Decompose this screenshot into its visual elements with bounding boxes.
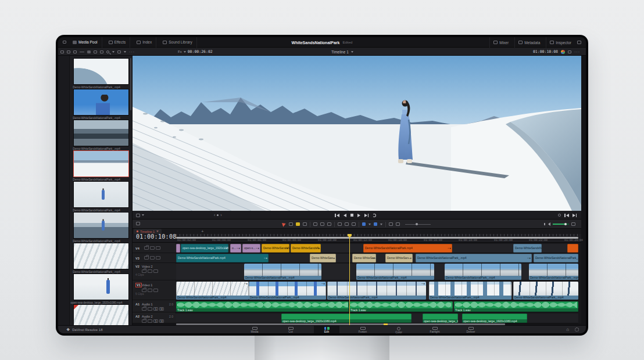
media-clip[interactable]: Demo-WhiteSandsNationalPark_.mp4 bbox=[58, 120, 133, 150]
display-mode-icon[interactable] bbox=[568, 51, 571, 53]
viewer-sizing-chevron-icon[interactable] bbox=[142, 214, 144, 216]
timeline-selector[interactable]: Timeline 1 bbox=[331, 48, 353, 56]
tab-index[interactable]: Index bbox=[133, 37, 156, 48]
viewer-options-icon[interactable]: ··· bbox=[574, 50, 580, 54]
settings-gear-icon[interactable] bbox=[575, 327, 579, 332]
lock-icon[interactable] bbox=[142, 319, 146, 323]
search-chevron-icon[interactable] bbox=[112, 51, 115, 53]
media-clip[interactable]: Demo-WhiteSandsNationalPark_.mp4 bbox=[58, 181, 133, 212]
timeline-audio-clip[interactable]: open-sea-desktop_large_1920x1080... bbox=[423, 314, 458, 323]
timeline-clip-filmstrip[interactable]: Demo-WhiteSandsNationalPark_.mp4 bbox=[244, 264, 321, 280]
timeline-audio-clip[interactable]: Track 1.wav bbox=[349, 301, 453, 312]
timeline-clip[interactable]: open-sea-desktop_large_1920x1080.mp4~● bbox=[181, 244, 228, 253]
media-thumbnail-woman-walking[interactable] bbox=[73, 181, 129, 208]
media-clip[interactable]: open-sea-desktop_large_1920x1080.mp4 bbox=[58, 273, 133, 304]
timeline-audio-clip[interactable]: open-sea-desktop_large_1920x1080.mp4 bbox=[281, 314, 412, 323]
media-thumbnail-ripples2[interactable] bbox=[73, 304, 129, 325]
tab-media-pool[interactable]: Media Pool bbox=[69, 37, 102, 48]
marker-chevron-icon[interactable] bbox=[380, 224, 382, 225]
match-frame-icon[interactable] bbox=[558, 214, 561, 217]
media-clip[interactable]: Demo-WhiteSandsNationalPark_.mp4 bbox=[58, 212, 133, 243]
more-options-icon[interactable]: ··· bbox=[129, 50, 135, 54]
workspace-icon[interactable] bbox=[63, 41, 66, 44]
insert-clip-icon[interactable] bbox=[313, 222, 317, 226]
timeline-clip-filmstrip[interactable]: Demo-WhiteSandsNationalPark_.mp4~● bbox=[176, 282, 249, 300]
media-thumbnail-dusk[interactable] bbox=[73, 212, 129, 239]
panel-toggle-icon[interactable] bbox=[577, 41, 581, 44]
timeline-clip[interactable]: Demo-WhiteSandsNationalPark_.mp4 bbox=[534, 254, 578, 262]
auto-select-icon[interactable] bbox=[148, 319, 152, 323]
page-button-color[interactable]: Color bbox=[386, 326, 412, 333]
timeline-zoom-slider[interactable] bbox=[405, 224, 431, 225]
flag-color-icon[interactable] bbox=[362, 222, 366, 226]
media-clip[interactable]: Demo-WhiteSandsNationalPark_.mp4 bbox=[58, 89, 133, 120]
overwrite-clip-icon[interactable] bbox=[320, 222, 324, 226]
media-thumbnail-ripples[interactable] bbox=[73, 243, 129, 269]
timeline-viewer[interactable] bbox=[133, 56, 581, 211]
track-header-a2[interactable]: A2Audio 22.0SM bbox=[133, 314, 176, 323]
page-button-deliver[interactable]: Deliver bbox=[458, 326, 484, 333]
next-clip-icon[interactable] bbox=[573, 214, 577, 217]
search-icon[interactable] bbox=[106, 51, 109, 53]
dynamic-trim-icon[interactable] bbox=[296, 222, 300, 226]
track-id-badge[interactable]: A1 bbox=[135, 303, 142, 306]
media-clip[interactable]: Demo-WhiteSandsNationalPark_.mp4 bbox=[58, 304, 133, 325]
timeline-clip[interactable]: Demo-WhiteSandsNationalPark.mp4~● bbox=[363, 244, 452, 253]
tab-inspector[interactable]: Inspector bbox=[546, 37, 575, 48]
timeline-clip-filmstrip[interactable]: Demo-WhiteSandsNationalPark_.mp4 bbox=[529, 264, 578, 280]
timeline-settings-icon[interactable] bbox=[571, 222, 575, 226]
track-id-badge[interactable]: A2 bbox=[135, 315, 142, 318]
auto-select-icon[interactable] bbox=[150, 256, 155, 260]
timeline-clip[interactable]: Demo-WhiteSandsNationalPark.mp4~● bbox=[176, 254, 269, 262]
play-button[interactable] bbox=[357, 214, 360, 217]
media-thumbnail-dark-dunes[interactable] bbox=[73, 120, 129, 146]
page-button-edit[interactable]: Edit bbox=[314, 326, 339, 333]
solo-button[interactable]: S bbox=[153, 319, 158, 323]
volume-slider[interactable] bbox=[553, 224, 569, 225]
tab-metadata[interactable]: Metadata bbox=[514, 37, 543, 48]
timeline-ruler[interactable]: 01:00:02:0001:00:04:0001:00:06:0001:00:0… bbox=[133, 234, 581, 243]
timeline-clip[interactable]: Demo-WhiteSan...~● bbox=[385, 254, 413, 262]
selection-tool-icon[interactable] bbox=[282, 222, 287, 227]
play-reverse-button[interactable] bbox=[344, 214, 346, 217]
sort-icon[interactable] bbox=[117, 51, 121, 53]
track-header-v1[interactable]: V1Video 15 Clips bbox=[133, 282, 176, 300]
timeline-clip[interactable] bbox=[176, 244, 180, 253]
track-header-a1[interactable]: A1Audio 12.0SM bbox=[133, 301, 176, 312]
go-to-start-button[interactable] bbox=[335, 214, 339, 217]
timeline-clip[interactable]: Demo-WhiteSandsNationalPark_.mp4~● bbox=[416, 254, 532, 262]
page-button-fairlight[interactable]: Fairlight bbox=[422, 326, 448, 333]
media-clip[interactable]: Demo-WhiteSandsNationalPark_.mp4 bbox=[58, 243, 133, 273]
add-timeline-button[interactable]: + bbox=[201, 229, 204, 234]
page-button-cut[interactable]: Cut bbox=[278, 326, 303, 333]
track-header-v2[interactable]: V2Video 24 Clips bbox=[133, 264, 176, 280]
timeline-clip[interactable]: Demo-WhiteSandsNationalP... bbox=[513, 244, 542, 253]
thumbnail-view-icon[interactable] bbox=[87, 51, 91, 53]
timeline-audio-clip[interactable]: Track 1.wav bbox=[454, 301, 578, 312]
timeline-clip-filmstrip[interactable]: Demo-WhiteSandsNationalPark_.mp4 bbox=[429, 282, 511, 300]
snapping-icon[interactable] bbox=[338, 222, 342, 226]
color-wheel-icon[interactable] bbox=[561, 50, 565, 54]
track-id-badge[interactable]: V3 bbox=[135, 257, 142, 260]
timeline-clip[interactable] bbox=[567, 244, 578, 253]
go-to-end-button[interactable] bbox=[364, 214, 369, 217]
track-enable-icon[interactable] bbox=[156, 246, 160, 250]
auto-select-icon[interactable] bbox=[148, 289, 152, 292]
tab-sound-library[interactable]: Sound Library bbox=[159, 37, 196, 48]
jog-control[interactable]: ‹› bbox=[214, 211, 222, 219]
bin-list-icon[interactable] bbox=[60, 51, 64, 53]
media-thumbnail-dune-shadow[interactable] bbox=[73, 58, 129, 85]
auto-select-icon[interactable] bbox=[148, 307, 152, 311]
lock-icon[interactable] bbox=[144, 246, 149, 250]
tab-effects[interactable]: Effects bbox=[105, 37, 131, 48]
timeline-view-options-icon[interactable] bbox=[136, 222, 140, 225]
tab-mixer[interactable]: Mixer bbox=[489, 37, 512, 48]
zoom-in-icon[interactable] bbox=[396, 222, 400, 226]
timeline-clip[interactable]: Demo-WhiteSandsN...~● bbox=[291, 244, 321, 253]
timeline-clip[interactable]: Demo-WhiteSan...~● bbox=[310, 254, 336, 262]
media-clip[interactable]: Demo-WhiteSandsNationalPark_.mp4 bbox=[58, 58, 133, 89]
position-lock-icon[interactable] bbox=[352, 222, 356, 226]
playhead[interactable] bbox=[349, 234, 350, 325]
page-button-fusion[interactable]: Fusion bbox=[350, 326, 375, 333]
grid-view-icon[interactable] bbox=[100, 51, 103, 53]
